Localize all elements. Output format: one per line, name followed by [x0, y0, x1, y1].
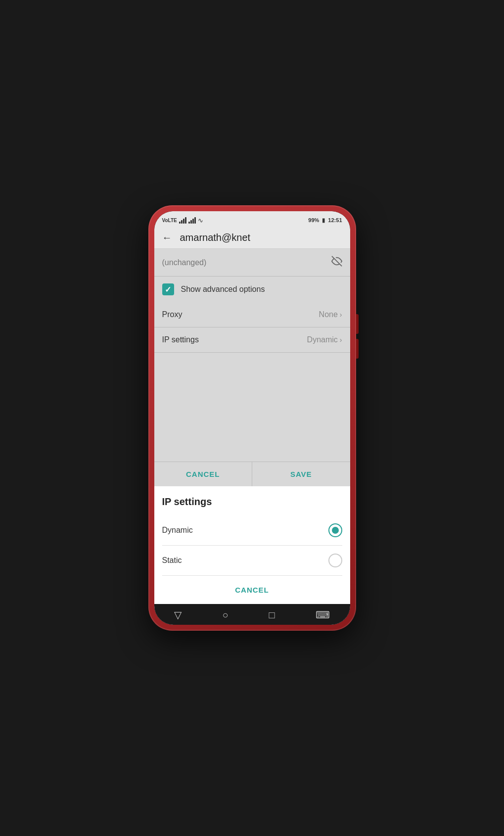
wifi-icon: ∿	[198, 217, 203, 224]
proxy-value: None ›	[319, 310, 342, 319]
status-bar: VoLTE ∿ 99%	[154, 211, 350, 227]
bar1	[179, 222, 181, 224]
bottom-sheet-cancel-button[interactable]: CANCEL	[162, 576, 342, 604]
signal-bars-1	[179, 217, 186, 224]
dynamic-radio[interactable]	[328, 523, 342, 537]
advanced-options-row[interactable]: ✓ Show advanced options	[154, 277, 350, 302]
password-input[interactable]	[162, 258, 331, 267]
ip-settings-bottom-sheet: IP settings Dynamic Static CANCEL	[154, 486, 350, 604]
bar3	[183, 219, 184, 224]
static-label: Static	[162, 556, 182, 565]
battery-icon: ▮	[322, 217, 325, 224]
status-left: VoLTE ∿	[162, 217, 203, 224]
advanced-options-label: Show advanced options	[181, 285, 265, 294]
back-nav-icon[interactable]: ▽	[174, 609, 182, 621]
keyboard-nav-icon[interactable]: ⌨	[316, 609, 330, 621]
bar4b	[194, 217, 196, 224]
static-radio[interactable]	[328, 554, 342, 567]
ip-settings-label: IP settings	[162, 335, 199, 344]
volume-button	[356, 314, 359, 334]
app-bar: ← amarnath@knet	[154, 227, 350, 249]
ip-settings-value: Dynamic ›	[307, 335, 342, 344]
volte-icon: VoLTE	[162, 218, 177, 223]
toggle-password-icon[interactable]	[331, 256, 342, 269]
power-button	[356, 339, 359, 359]
dynamic-radio-inner	[332, 527, 339, 534]
dynamic-option-row[interactable]: Dynamic	[162, 515, 342, 546]
nav-bar: ▽ ○ □ ⌨	[154, 604, 350, 625]
page-title: amarnath@knet	[180, 232, 251, 243]
home-nav-icon[interactable]: ○	[222, 609, 228, 621]
dynamic-label: Dynamic	[162, 526, 193, 535]
checkmark-icon: ✓	[165, 285, 171, 294]
recents-nav-icon[interactable]: □	[269, 609, 275, 621]
action-buttons: CANCEL SAVE	[154, 462, 350, 486]
ip-settings-row[interactable]: IP settings Dynamic ›	[154, 327, 350, 353]
bar2	[181, 220, 183, 224]
advanced-options-checkbox[interactable]: ✓	[162, 283, 174, 295]
phone-frame: VoLTE ∿ 99%	[148, 205, 356, 631]
proxy-row[interactable]: Proxy None ›	[154, 302, 350, 327]
content-spacer	[154, 353, 350, 462]
battery-percent: 99%	[308, 217, 319, 223]
back-button[interactable]: ←	[162, 232, 172, 243]
bottom-sheet-title: IP settings	[162, 496, 342, 508]
bar3b	[192, 219, 194, 224]
password-row	[154, 249, 350, 277]
bar1b	[188, 222, 190, 224]
screen-content: VoLTE ∿ 99%	[154, 211, 350, 625]
proxy-chevron-icon: ›	[340, 311, 342, 319]
save-button[interactable]: SAVE	[252, 462, 350, 486]
cancel-button[interactable]: CANCEL	[154, 462, 253, 486]
clock: 12:51	[328, 217, 342, 223]
proxy-label: Proxy	[162, 310, 183, 319]
static-option-row[interactable]: Static	[162, 546, 342, 576]
bar2b	[190, 220, 192, 224]
main-content: ✓ Show advanced options Proxy None › IP …	[154, 249, 350, 486]
status-right: 99% ▮ 12:51	[308, 217, 342, 224]
bar4	[185, 217, 186, 224]
ip-settings-chevron-icon: ›	[340, 336, 342, 344]
phone-screen: VoLTE ∿ 99%	[154, 211, 350, 625]
signal-bars-2	[188, 217, 196, 224]
